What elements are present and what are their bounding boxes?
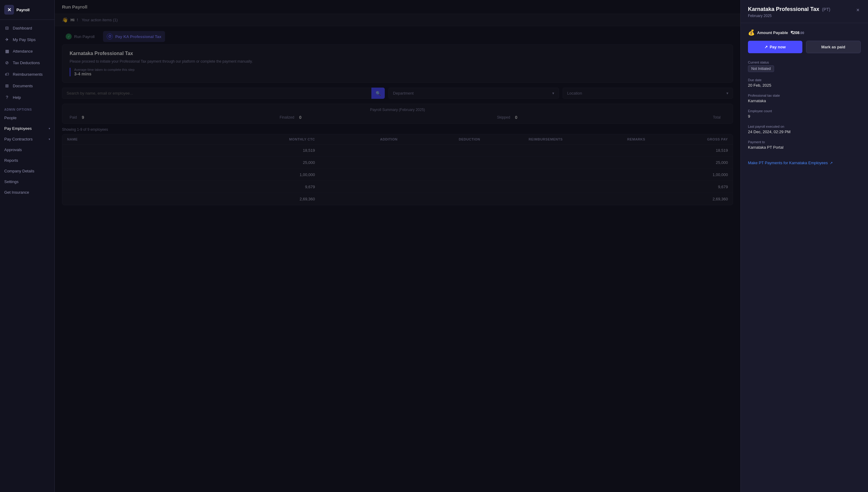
sidebar-item-label: Get Insurance [4, 190, 29, 195]
sidebar-item-pay-contractors[interactable]: Pay Contractors ▾ [0, 134, 54, 144]
cell-remarks [563, 184, 645, 189]
employee-count-value: 9 [748, 114, 861, 119]
sidebar-item-label: Pay Contractors [4, 137, 32, 141]
step-label: Run Payroll [74, 34, 95, 39]
cell-addition [315, 197, 398, 201]
status-badge: Not Initiated [748, 65, 774, 72]
department-select[interactable]: Department ▾ [388, 88, 559, 99]
table-row: 9,679 9,679 [62, 181, 733, 193]
location-select[interactable]: Location ▾ [563, 88, 733, 99]
sidebar-item-approvals[interactable]: Approvals [0, 144, 54, 155]
kt-title: Karnataka Professional Tax [70, 51, 725, 56]
panel-title-text: Karnataka Professional Tax [748, 6, 819, 12]
sidebar-item-people[interactable]: People [0, 113, 54, 123]
greeting-text: Hi [71, 18, 74, 22]
help-icon: ? [4, 95, 10, 100]
sidebar-item-attendance[interactable]: ▦ Attendance [0, 45, 54, 57]
mark-as-paid-button[interactable]: Mark as paid [806, 41, 861, 53]
due-date-value: 20 Feb, 2025 [748, 83, 861, 88]
step-run-payroll[interactable]: ✓ Run Payroll [62, 31, 98, 42]
cell-remarks [563, 172, 645, 177]
info-due-date: Due date 20 Feb, 2025 [748, 78, 861, 88]
stat-finalized-label: Finalized [280, 115, 294, 120]
sidebar-item-reports[interactable]: Reports [0, 155, 54, 166]
cell-ctc: 9,679 [232, 184, 315, 189]
amount-row: 💰 Amount Payable ₹208.00 [748, 29, 861, 36]
pay-now-icon: ↗ [764, 45, 768, 49]
logo-text: Payroll [17, 7, 29, 12]
dashboard-icon: ⊟ [4, 25, 10, 31]
cell-name [67, 184, 232, 189]
col-deduction: Deduction [398, 138, 480, 141]
cell-name [67, 160, 232, 165]
search-bar-row: 🔍 Department ▾ Location ▾ [62, 88, 733, 99]
table-header: Name Monthly CTC Addition Deduction Reim… [62, 134, 733, 144]
cell-ctc: 18,519 [232, 148, 315, 153]
sidebar-item-get-insurance[interactable]: Get Insurance [0, 187, 54, 198]
sidebar-item-tax-deductions[interactable]: ⊘ Tax Deductions [0, 57, 54, 68]
table-row: 1,00,000 1,00,000 [62, 169, 733, 181]
chevron-down-icon: ▾ [49, 138, 50, 141]
stat-finalized: Finalized 0 [280, 115, 302, 120]
cell-name [67, 148, 232, 153]
step-pay-ka-professional-tax[interactable]: ⏱ Pay KA Professional Tax [103, 31, 165, 42]
cell-gross: 25,000 [645, 160, 728, 165]
summary-title: Payroll Summary (February 2025) [70, 108, 725, 112]
sidebar-item-pay-employees[interactable]: Pay Employees ▾ [0, 123, 54, 134]
stat-total: Total [713, 115, 725, 120]
col-gross-pay: Gross Pay [645, 138, 728, 141]
stat-skipped-label: Skipped [497, 115, 510, 120]
sidebar-main-nav: ⊟ Dashboard ✈ My Pay Slips ▦ Attendance … [0, 20, 54, 492]
cell-name [67, 197, 232, 201]
pay-now-button[interactable]: ↗ Pay now [748, 41, 802, 53]
sidebar-item-label: Pay Employees [4, 126, 32, 131]
sidebar-item-label: Reimbursements [13, 72, 43, 77]
sidebar-item-help[interactable]: ? Help [0, 92, 54, 103]
page-title: Run Payroll [55, 0, 740, 14]
location-label: Location [567, 91, 582, 96]
professional-tax-state-label: Professional tax state [748, 94, 861, 97]
cell-reimbursements [480, 148, 563, 153]
search-input[interactable] [62, 88, 385, 99]
due-date-label: Due date [748, 78, 861, 82]
separator: ! [77, 18, 78, 22]
money-bag-icon: 💰 [748, 29, 755, 36]
pay-slips-icon: ✈ [4, 37, 10, 42]
sidebar-item-label: Settings [4, 179, 19, 184]
make-pt-payments-link[interactable]: Make PT Payments for Karnataka Employees [748, 161, 828, 165]
sidebar-item-company-details[interactable]: Company Details [0, 166, 54, 176]
cell-name [67, 172, 232, 177]
employees-count: Showing 1-9 of 9 employees [62, 127, 733, 132]
cell-addition [315, 148, 398, 153]
sidebar-item-label: Reports [4, 158, 18, 163]
sidebar-item-reimbursements[interactable]: 🏷 Reimbursements [0, 68, 54, 80]
stat-skipped: Skipped 0 [497, 115, 517, 120]
panel-header: Karnataka Professional Tax (PT) February… [741, 0, 868, 23]
cell-gross: 2,69,360 [645, 197, 728, 201]
reimbursements-icon: 🏷 [4, 71, 10, 77]
close-button[interactable]: × [855, 6, 861, 14]
cell-ctc: 25,000 [232, 160, 315, 165]
stat-paid-value: 9 [82, 115, 84, 120]
step-check-icon: ✓ [66, 33, 72, 40]
sidebar-item-settings[interactable]: Settings [0, 176, 54, 187]
cell-deduction [398, 172, 480, 177]
info-payment-to: Payment to Karnataka PT Portal [748, 140, 861, 150]
current-status-value: Not Initiated [748, 65, 861, 72]
sidebar-item-dashboard[interactable]: ⊟ Dashboard [0, 22, 54, 34]
cell-deduction [398, 160, 480, 165]
sidebar-item-label: Company Details [4, 169, 34, 173]
sidebar-item-documents[interactable]: ⊞ Documents [0, 80, 54, 92]
cell-reimbursements [480, 172, 563, 177]
search-button[interactable]: 🔍 [372, 88, 385, 99]
cell-gross: 18,519 [645, 148, 728, 153]
sidebar-item-pay-slips[interactable]: ✈ My Pay Slips [0, 34, 54, 45]
sidebar-item-label: Attendance [13, 49, 33, 53]
cell-remarks [563, 148, 645, 153]
sidebar-item-label: Documents [13, 83, 33, 88]
kt-section: Karnataka Professional Tax Please procee… [62, 44, 733, 83]
chevron-down-icon: ▾ [552, 91, 554, 96]
cell-remarks [563, 160, 645, 165]
cell-addition [315, 172, 398, 177]
search-input-wrap: 🔍 [62, 88, 385, 99]
